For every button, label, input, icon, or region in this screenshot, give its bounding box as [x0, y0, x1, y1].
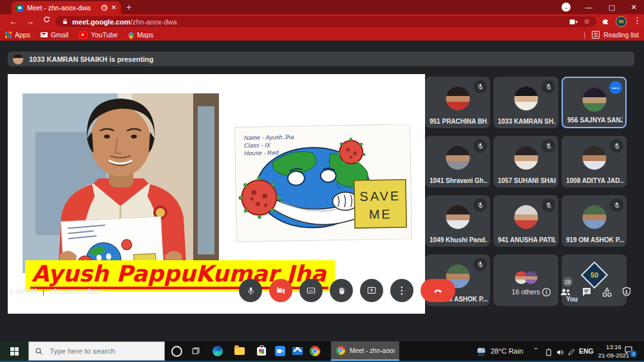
participant-tile[interactable]: 1041 Shravani Gh... [425, 136, 490, 187]
participant-tile[interactable]: 1049 Khushi Pand... [425, 195, 490, 247]
present-button[interactable] [360, 279, 383, 302]
language-indicator[interactable]: ENG [579, 347, 594, 355]
window-close-button[interactable]: ✕ [623, 0, 644, 14]
host-controls-button[interactable] [620, 285, 634, 299]
meeting-info: 1:16 PM zhn-aoox-dwa [9, 287, 100, 296]
back-button[interactable]: ← [9, 16, 17, 27]
bookmark-star-icon[interactable]: ☆ [583, 18, 590, 25]
url-path: /zhn-aoox-dwa [130, 18, 176, 26]
participant-name: 1041 Shravani Gh... [430, 177, 488, 184]
volume-icon[interactable] [556, 347, 565, 359]
participant-tile[interactable]: 1057 SUHANI SHAH [493, 136, 558, 187]
tab-search-icon[interactable]: ⌄ [562, 3, 571, 12]
chrome-menu-icon[interactable]: ⋮ [633, 15, 641, 25]
window-minimize-button[interactable]: — [578, 0, 599, 14]
participant-name: 941 ANUSHA PATIL [498, 236, 556, 243]
address-bar[interactable]: meet.google.com/zhn-aoox-dwa ☆ [55, 16, 596, 27]
presenting-banner-text: 1033 KAMRAN SHAIKH is presenting [29, 55, 153, 63]
weather-label[interactable]: 28°C Rain [491, 347, 523, 355]
start-button[interactable] [0, 341, 28, 361]
participant-name: 1008 ADITYA JAD... [566, 177, 624, 184]
camera-off-button[interactable] [269, 279, 292, 302]
participant-tile[interactable]: 951 PRACHINA BH... [425, 77, 490, 128]
taskbar-explorer-button[interactable] [229, 341, 250, 361]
svg-text:ME: ME [369, 207, 392, 222]
reading-list-button[interactable]: | Reading list [583, 31, 639, 39]
new-tab-button[interactable]: + [126, 2, 131, 12]
participant-avatar [582, 88, 606, 112]
participant-avatar [514, 87, 538, 111]
weather-widget[interactable] [475, 341, 488, 361]
raise-hand-button[interactable] [330, 279, 353, 302]
notification-count-badge: 3 [630, 350, 637, 357]
taskbar-edge-button[interactable] [207, 341, 228, 361]
participant-avatar [582, 205, 606, 229]
captions-button[interactable]: CC [299, 279, 323, 302]
gmail-icon [41, 32, 48, 37]
chrome-icon [310, 346, 320, 356]
participant-tile[interactable]: 919 OM ASHOK P... [562, 195, 627, 247]
battery-icon[interactable] [545, 347, 553, 359]
presentation-canvas: Name - Ayush Jha Class - IX House - Red [8, 74, 425, 314]
presenter-photo [23, 93, 219, 273]
svg-text:House - Red: House - Red [244, 149, 279, 157]
tile-options-button[interactable]: ••• [609, 81, 622, 94]
chrome-icon [336, 346, 345, 355]
weather-rain-icon [475, 346, 488, 357]
meet-stage: 1033 KAMRAN SHAIKH is presenting [0, 41, 644, 341]
mic-off-icon [610, 198, 623, 212]
svg-text:CC: CC [309, 289, 314, 292]
window-maximize-button[interactable]: ▢ [601, 0, 622, 14]
participant-name: 1057 SUHANI SHAH [498, 177, 556, 184]
action-center-button[interactable]: 3 [623, 345, 634, 357]
participant-tile[interactable]: •••956 SAJNYA SANJ... [562, 77, 627, 128]
tab-camera-icon[interactable] [569, 19, 578, 25]
chat-button[interactable] [580, 285, 594, 299]
media-recording-icon [101, 5, 108, 11]
mic-off-icon [542, 139, 555, 153]
browser-tab[interactable]: Meet - zhn-aoox-dwa ✕ [12, 1, 121, 14]
meeting-code: zhn-aoox-dwa [50, 287, 100, 295]
meeting-details-button[interactable] [539, 285, 553, 299]
participant-name: 919 OM ASHOK P... [566, 236, 624, 243]
forward-button[interactable]: → [26, 16, 34, 27]
call-controls: CC ⋮ [239, 279, 455, 302]
participants-button[interactable] [558, 285, 573, 299]
reading-list-icon [592, 31, 600, 39]
pen-icon[interactable] [567, 347, 575, 359]
tray-chevron-icon[interactable]: ⌃ [533, 347, 538, 354]
task-view-button[interactable] [185, 341, 206, 361]
earth-drawing: Name - Ayush Jha Class - IX House - Red [234, 124, 413, 243]
participant-tile[interactable]: 1008 ADITYA JAD... [562, 136, 627, 187]
more-options-button[interactable]: ⋮ [390, 279, 413, 302]
end-call-button[interactable] [421, 279, 455, 302]
participant-name: 1033 KAMRAN SH... [498, 118, 556, 125]
apps-grid-icon [5, 32, 12, 38]
bookmark-maps[interactable]: Maps [128, 31, 154, 39]
bookmark-gmail[interactable]: Gmail [41, 31, 68, 39]
browser-profile-avatar[interactable]: 50 [616, 16, 627, 27]
zoom-app-icon [275, 346, 285, 356]
bookmark-youtube[interactable]: YouTube [79, 31, 117, 39]
mic-button[interactable] [239, 279, 262, 302]
activities-button[interactable] [600, 285, 614, 299]
cortana-button[interactable] [166, 341, 187, 361]
participant-name: 1049 Khushi Pand... [430, 236, 488, 243]
taskbar-chrome-button[interactable] [305, 341, 325, 361]
browser-titlebar: Meet - zhn-aoox-dwa ✕ + ⌄ — ▢ ✕ [0, 0, 644, 14]
presenter-avatar [13, 54, 23, 64]
taskbar-active-window[interactable]: Meet - zhn-aoox-d... [331, 341, 399, 361]
participant-tile[interactable]: 1033 KAMRAN SH... [493, 77, 558, 128]
task-view-icon [191, 347, 200, 356]
bookmark-apps[interactable]: Apps [5, 31, 30, 39]
participant-tile[interactable]: 941 ANUSHA PATIL [493, 195, 558, 247]
participant-name: 951 PRACHINA BH... [430, 118, 488, 125]
extensions-puzzle-icon[interactable] [601, 16, 610, 28]
tab-close-icon[interactable]: ✕ [111, 5, 117, 11]
participant-avatar [446, 87, 469, 111]
tab-title: Meet - zhn-aoox-dwa [27, 4, 97, 12]
search-input[interactable] [48, 347, 154, 356]
taskbar-store-button[interactable] [251, 341, 272, 361]
taskbar-search[interactable] [28, 341, 165, 361]
reload-button[interactable] [43, 15, 51, 26]
